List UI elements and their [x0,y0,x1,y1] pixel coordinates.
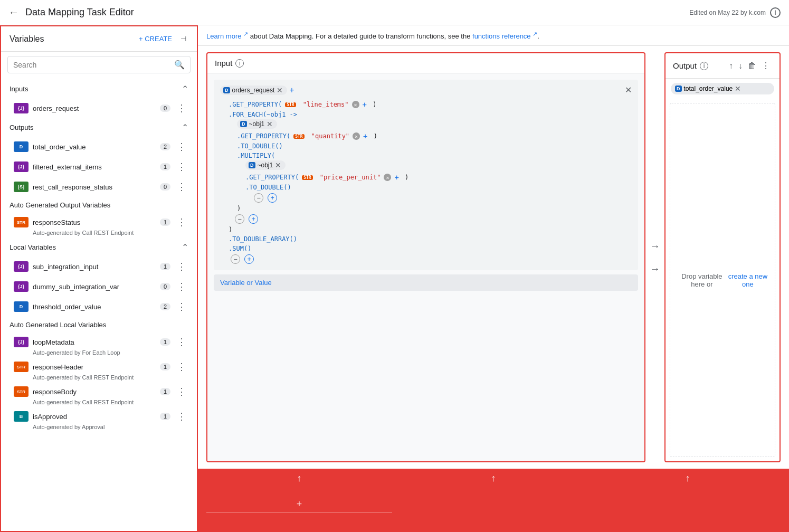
expr-remove-btn[interactable]: ✕ [352,101,359,108]
list-item[interactable]: [S] rest_call_response_status 0 ⋮ [1,177,197,197]
chip-add-button[interactable]: + [289,86,294,95]
variable-or-value-input[interactable]: Variable or Value [214,274,638,291]
var-menu-button[interactable]: ⋮ [175,385,188,398]
list-item[interactable]: D total_order_value 2 ⋮ [1,137,197,157]
output-info-icon[interactable]: i [700,62,708,70]
expr-plus-circle-btn[interactable]: + [244,254,254,264]
var-name: dummy_sub_integration_var [33,283,156,291]
type-badge-j: {J} [14,261,28,272]
output-drop-zone[interactable]: Drop variable here or create a new one [670,103,775,457]
output-delete-button[interactable]: 🗑 [746,59,758,73]
expr-line: .TO_DOUBLE_ARRAY() [220,234,632,244]
var-menu-button[interactable]: ⋮ [175,180,188,194]
inputs-label: Inputs [9,85,182,93]
inputs-section-header[interactable]: Inputs ⌃ [1,80,197,98]
expr-add-btn[interactable]: + [394,173,398,182]
obj1-chip-2[interactable]: D ~obj1 ✕ [245,160,286,170]
output-chip-label: total_order_value [684,85,733,92]
expr-add-btn[interactable]: + [363,132,367,140]
var-menu-button[interactable]: ⋮ [175,300,188,314]
collapse-sidebar-button[interactable]: ⊣ [178,33,188,45]
learn-more-link[interactable]: Learn more ↗ [206,32,248,40]
var-menu-button[interactable]: ⋮ [175,280,188,293]
orders-request-chip[interactable]: D orders_request ✕ [220,86,287,95]
add-item[interactable]: + [206,499,392,512]
expr-minus-btn[interactable]: − [231,254,240,264]
output-chip[interactable]: D total_order_value ✕ [671,83,774,94]
auto-outputs-section-header: Auto Generated Output Variables [1,197,197,213]
list-item[interactable]: B isApproved 1 ⋮ Auto-generated by Appro… [1,407,197,432]
type-badge-str: STR [14,362,28,372]
type-badge-str: STR [14,386,28,397]
functions-ref-link[interactable]: functions reference ↗ [472,32,537,40]
outputs-chevron: ⌃ [182,122,188,132]
expr-add-btn[interactable]: + [363,100,367,109]
list-item[interactable]: {J} loopMetadata 1 ⋮ Auto-generated by F… [1,333,197,358]
var-menu-button[interactable]: ⋮ [175,215,188,229]
list-item[interactable]: {J} sub_integration_input 1 ⋮ [1,256,197,277]
chip-remove-button[interactable]: ✕ [275,162,281,169]
var-sub-label: Auto-generated by Call REST Endpoint [14,399,188,405]
add-row-1: + [206,486,392,512]
var-menu-button[interactable]: ⋮ [175,360,188,374]
expr-remove-btn[interactable]: ✕ [353,132,360,140]
local-section-header[interactable]: Local Variables ⌃ [1,238,197,256]
chip-type-d: D [675,86,682,92]
outputs-section-header[interactable]: Outputs ⌃ [1,118,197,137]
var-name: sub_integration_input [33,263,156,271]
input-info-icon[interactable]: i [235,59,244,68]
search-input[interactable] [13,61,174,69]
input-panel: Input i D orders_request ✕ + [206,52,645,462]
expr-line: .MULTIPLY( [220,151,632,160]
expr-remove-btn[interactable]: ✕ [384,174,391,181]
var-name: responseBody [33,388,156,396]
var-menu-button[interactable]: ⋮ [175,101,188,115]
var-sub-label: Auto-generated by For Each Loop [14,349,188,356]
list-item[interactable]: {J} filtered_external_items 1 ⋮ [1,157,197,177]
var-count: 0 [160,104,170,112]
create-button[interactable]: + CREATE [135,33,176,45]
output-chip-remove-button[interactable]: ✕ [735,84,741,93]
expr-plus-circle-btn[interactable]: + [268,193,277,203]
bottom-section-2: ↑ [401,473,586,486]
output-move-down-button[interactable]: ↓ [736,59,745,73]
output-more-button[interactable]: ⋮ [759,59,772,73]
expr-minus-btn[interactable]: − [254,193,263,203]
chip-label: ~obj1 [249,120,265,128]
outputs-label: Outputs [9,124,182,131]
var-name: loopMetadata [33,338,156,346]
list-item[interactable]: {J} dummy_sub_integration_var 0 ⋮ [1,277,197,297]
list-item[interactable]: STR responseHeader 1 ⋮ Auto-generated by… [1,358,197,383]
input-to-output-arrow: → → [645,52,664,462]
var-menu-button[interactable]: ⋮ [175,410,188,423]
list-item[interactable]: STR responseStatus 1 ⋮ Auto-generated by… [1,213,197,238]
list-item[interactable]: {J} orders_request 0 ⋮ [1,98,197,118]
var-sub-label: Auto-generated by Call REST Endpoint [14,374,188,381]
variables-sidebar: Variables + CREATE ⊣ 🔍 Inputs ⌃ {J} orde… [0,25,198,532]
back-button[interactable]: ← [8,6,19,18]
input-close-button[interactable]: ✕ [625,85,632,95]
var-menu-button[interactable]: ⋮ [175,140,188,154]
chip-label: orders_request [232,87,275,94]
list-item[interactable]: D threshold_order_value 2 ⋮ [1,297,197,317]
create-new-link[interactable]: create a new one [727,272,768,288]
edited-info: Edited on May 22 by k.com [689,9,766,16]
chip-remove-button[interactable]: ✕ [267,120,273,128]
expr-line: ) [220,204,632,213]
expr-minus-btn[interactable]: − [235,214,244,224]
expr-plus-circle-btn[interactable]: + [249,214,258,224]
chip-type-d: D [223,87,230,93]
var-menu-button[interactable]: ⋮ [175,260,188,273]
var-count: 0 [160,183,170,191]
output-move-up-button[interactable]: ↑ [727,59,735,73]
chip-remove-button[interactable]: ✕ [277,87,283,94]
var-menu-button[interactable]: ⋮ [175,160,188,174]
type-badge-d: D [14,301,28,312]
obj1-chip[interactable]: D ~obj1 ✕ [237,119,277,129]
type-badge-s: [S] [14,182,28,192]
var-menu-button[interactable]: ⋮ [175,335,188,349]
list-item[interactable]: STR responseBody 1 ⋮ Auto-generated by C… [1,383,197,407]
info-icon[interactable]: i [770,7,781,18]
output-item-row: D total_order_value ✕ [666,79,780,99]
type-badge-j: {J} [14,103,28,113]
